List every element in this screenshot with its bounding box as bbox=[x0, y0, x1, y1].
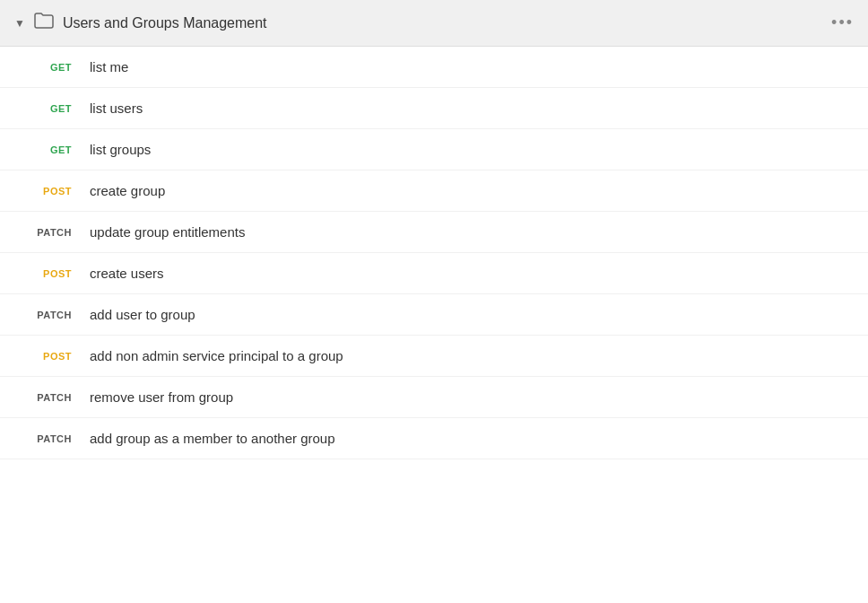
method-badge-patch: PATCH bbox=[25, 392, 72, 403]
endpoint-item[interactable]: POSTadd non admin service principal to a… bbox=[0, 336, 868, 377]
endpoint-item[interactable]: GETlist users bbox=[0, 88, 868, 129]
endpoint-label: list users bbox=[90, 100, 143, 116]
method-badge-get: GET bbox=[25, 103, 72, 114]
method-badge-get: GET bbox=[25, 144, 72, 155]
endpoint-label: create users bbox=[90, 266, 164, 281]
collapse-arrow-icon[interactable]: ▼ bbox=[14, 17, 25, 30]
endpoint-label: remove user from group bbox=[90, 389, 233, 405]
endpoint-item[interactable]: POSTcreate group bbox=[0, 170, 868, 212]
endpoint-item[interactable]: GETlist groups bbox=[0, 129, 868, 170]
method-badge-post: POST bbox=[25, 351, 72, 362]
method-badge-patch: PATCH bbox=[25, 433, 72, 444]
endpoint-item[interactable]: GETlist me bbox=[0, 47, 868, 88]
method-badge-post: POST bbox=[25, 268, 72, 279]
method-badge-post: POST bbox=[25, 186, 72, 197]
endpoints-list: GETlist meGETlist usersGETlist groupsPOS… bbox=[0, 47, 868, 459]
endpoint-item[interactable]: PATCHremove user from group bbox=[0, 377, 868, 418]
endpoint-label: update group entitlements bbox=[90, 224, 245, 240]
endpoint-item[interactable]: PATCHupdate group entitlements bbox=[0, 212, 868, 253]
method-badge-patch: PATCH bbox=[25, 227, 72, 238]
endpoint-item[interactable]: PATCHadd group as a member to another gr… bbox=[0, 418, 868, 459]
endpoint-label: add group as a member to another group bbox=[90, 431, 335, 446]
section-header: ▼ Users and Groups Management ••• bbox=[0, 0, 868, 47]
endpoint-label: add non admin service principal to a gro… bbox=[90, 348, 343, 363]
folder-icon bbox=[34, 13, 54, 33]
endpoint-item[interactable]: PATCHadd user to group bbox=[0, 294, 868, 336]
endpoint-label: list me bbox=[90, 59, 128, 74]
method-badge-patch: PATCH bbox=[25, 310, 72, 320]
endpoint-label: list groups bbox=[90, 142, 151, 157]
more-options-icon[interactable]: ••• bbox=[831, 13, 854, 32]
endpoint-label: create group bbox=[90, 183, 165, 198]
page-title: Users and Groups Management bbox=[63, 15, 831, 31]
endpoint-label: add user to group bbox=[90, 307, 195, 322]
endpoint-item[interactable]: POSTcreate users bbox=[0, 253, 868, 294]
method-badge-get: GET bbox=[25, 62, 72, 73]
